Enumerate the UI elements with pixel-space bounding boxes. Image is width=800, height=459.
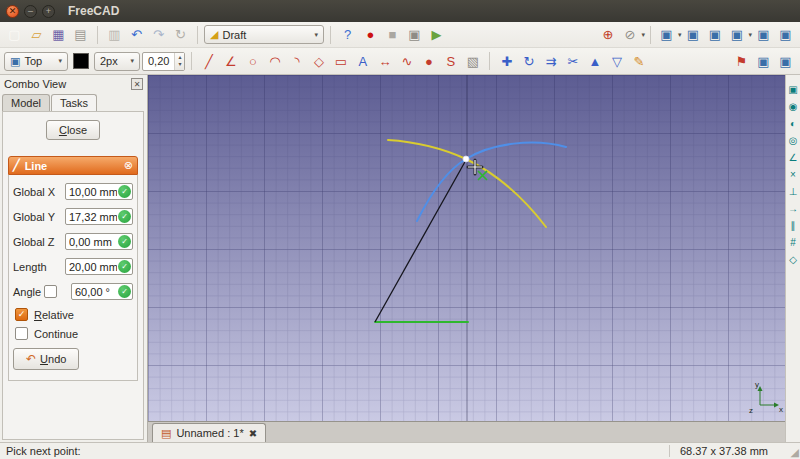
- close-task-button[interactable]: Close: [46, 120, 100, 140]
- toolbar-separator: [97, 26, 98, 44]
- shape-2d-view-icon[interactable]: ▣: [753, 51, 774, 71]
- zoom-icon[interactable]: ⊕: [597, 25, 618, 45]
- line-color-swatch[interactable]: [73, 53, 89, 69]
- line-task-title: Line: [25, 160, 48, 172]
- view-cube-group: ▣▾▣▣▣▾▣▣: [656, 25, 796, 45]
- global-z-row: Global Z ✓: [13, 233, 133, 250]
- snap-parallel-icon[interactable]: ∥: [787, 219, 800, 231]
- redo-icon[interactable]: ↷: [148, 25, 169, 45]
- draft-trimex-icon[interactable]: ✂: [562, 51, 583, 71]
- snap-intersection-icon[interactable]: ×: [787, 168, 800, 180]
- collapse-task-icon[interactable]: ⊗: [124, 159, 133, 172]
- view-isometric-icon[interactable]: ▣: [656, 25, 677, 45]
- draft-offset-icon[interactable]: ⇉: [540, 51, 561, 71]
- draft-move-icon[interactable]: ✚: [496, 51, 517, 71]
- relative-label: Relative: [34, 309, 74, 321]
- relative-checkbox[interactable]: ✓: [15, 308, 28, 321]
- window-minimize-button[interactable]: –: [24, 5, 37, 18]
- draft-polyline-icon[interactable]: ∠: [220, 51, 241, 71]
- line-width-selector[interactable]: 2px ▾: [94, 52, 140, 71]
- tab-close-icon[interactable]: ✖: [249, 428, 257, 439]
- 3d-viewport[interactable]: y x z: [148, 75, 785, 421]
- snap-angle-icon[interactable]: ∠: [787, 151, 800, 163]
- view-top-icon[interactable]: ▣: [704, 25, 725, 45]
- execute-macro-icon[interactable]: ▶: [426, 25, 447, 45]
- view-left-icon[interactable]: ▣: [775, 25, 796, 45]
- draft-to-sketch-icon[interactable]: ▣: [775, 51, 796, 71]
- window-close-button[interactable]: ✕: [6, 5, 19, 18]
- panel-close-icon[interactable]: ✕: [131, 78, 143, 90]
- window-maximize-button[interactable]: +: [42, 5, 55, 18]
- snap-working-plane-icon[interactable]: ◇: [787, 253, 800, 265]
- spin-down-icon[interactable]: ▾: [178, 61, 181, 68]
- toolbar-separator: [191, 52, 192, 70]
- chevron-down-icon: ▾: [314, 31, 318, 39]
- record-macro-icon[interactable]: ●: [360, 25, 381, 45]
- draft-upgrade-icon[interactable]: ▲: [584, 51, 605, 71]
- view-direction-value: Top: [24, 55, 42, 67]
- new-document-icon[interactable]: ▢: [4, 25, 25, 45]
- angle-lock-checkbox[interactable]: ✓: [44, 285, 57, 298]
- draft-circle-icon[interactable]: ○: [242, 51, 263, 71]
- draft-bspline-icon[interactable]: ∿: [396, 51, 417, 71]
- refresh-icon[interactable]: ↻: [170, 25, 191, 45]
- snap-midpoint-icon[interactable]: ◐: [787, 117, 800, 129]
- draft-dimension-icon[interactable]: ↔: [374, 51, 395, 71]
- print-icon[interactable]: ▤: [70, 25, 91, 45]
- window-title: FreeCAD: [68, 4, 119, 18]
- spin-up-icon[interactable]: ▴: [178, 54, 181, 61]
- chevron-down-icon[interactable]: ▾: [748, 31, 752, 39]
- continue-checkbox[interactable]: ✓: [15, 327, 28, 340]
- draft-line-icon[interactable]: ╱: [198, 51, 219, 71]
- main-area: Combo View ✕ Model Tasks Close ╱ Line ⊗ …: [0, 75, 800, 442]
- draft-edit-icon[interactable]: ✎: [628, 51, 649, 71]
- draft-text-icon[interactable]: A: [352, 51, 373, 71]
- chevron-down-icon[interactable]: ▾: [641, 31, 645, 39]
- snap-lock-icon[interactable]: ▣: [787, 83, 800, 95]
- draft-arc-3-points-icon[interactable]: ◝: [286, 51, 307, 71]
- draft-rotate-icon[interactable]: ↻: [518, 51, 539, 71]
- chevron-down-icon[interactable]: ▾: [678, 31, 682, 39]
- macros-dialog-icon[interactable]: ▣: [404, 25, 425, 45]
- document-tab[interactable]: ▤ Unnamed : 1* ✖: [152, 423, 266, 442]
- relative-option-row: ✓ Relative: [15, 308, 133, 321]
- draft-facebinder-icon[interactable]: ▧: [462, 51, 483, 71]
- draft-bezier-icon[interactable]: S: [440, 51, 461, 71]
- draft-arc-icon[interactable]: ◠: [264, 51, 285, 71]
- view-front-icon[interactable]: ▣: [682, 25, 703, 45]
- draft-line-icon: ╱: [13, 159, 20, 172]
- tab-tasks[interactable]: Tasks: [51, 94, 97, 111]
- snap-perpendicular-icon[interactable]: ⊥: [787, 185, 800, 197]
- undo-icon[interactable]: ↶: [126, 25, 147, 45]
- combo-view-tabs: Model Tasks: [0, 93, 147, 111]
- working-plane-flag-icon[interactable]: ⚑: [731, 51, 752, 71]
- snap-extension-icon[interactable]: →: [787, 202, 800, 214]
- view-direction-selector[interactable]: ▣ Top ▾: [4, 52, 68, 71]
- draft-extra-group: ⚑▣▣: [731, 51, 796, 71]
- continue-option-row: ✓ Continue: [15, 327, 133, 340]
- snap-grid-icon[interactable]: #: [787, 236, 800, 248]
- save-document-icon[interactable]: ▦: [48, 25, 69, 45]
- view-rear-icon[interactable]: ▣: [753, 25, 774, 45]
- continue-label: Continue: [34, 328, 78, 340]
- open-document-icon[interactable]: ▱: [26, 25, 47, 45]
- paste-icon[interactable]: ▥: [104, 25, 125, 45]
- snap-center-icon[interactable]: ◎: [787, 134, 800, 146]
- view-right-icon[interactable]: ▣: [726, 25, 747, 45]
- whats-this-icon[interactable]: ?: [337, 25, 358, 45]
- draft-point-icon[interactable]: ●: [418, 51, 439, 71]
- line-task-header[interactable]: ╱ Line ⊗: [8, 156, 138, 175]
- draft-polygon-icon[interactable]: ◇: [308, 51, 329, 71]
- draft-rectangle-icon[interactable]: ▭: [330, 51, 351, 71]
- snap-endpoint-icon[interactable]: ◉: [787, 100, 800, 112]
- macro-toolbar-group: ●■▣▶: [360, 25, 447, 45]
- tab-model[interactable]: Model: [2, 94, 50, 111]
- stop-macro-icon[interactable]: ■: [382, 25, 403, 45]
- draw-style-icon[interactable]: ⊘: [619, 25, 640, 45]
- scale-spinbox[interactable]: 0,20 ▴ ▾: [142, 52, 185, 71]
- undo-button[interactable]: ↶ Undo: [13, 348, 79, 370]
- resize-grip[interactable]: ◢: [791, 446, 799, 459]
- draft-downgrade-icon[interactable]: ▽: [606, 51, 627, 71]
- spinbox-steppers[interactable]: ▴ ▾: [174, 53, 184, 70]
- workbench-selector[interactable]: ◢ Draft ▾: [204, 25, 324, 44]
